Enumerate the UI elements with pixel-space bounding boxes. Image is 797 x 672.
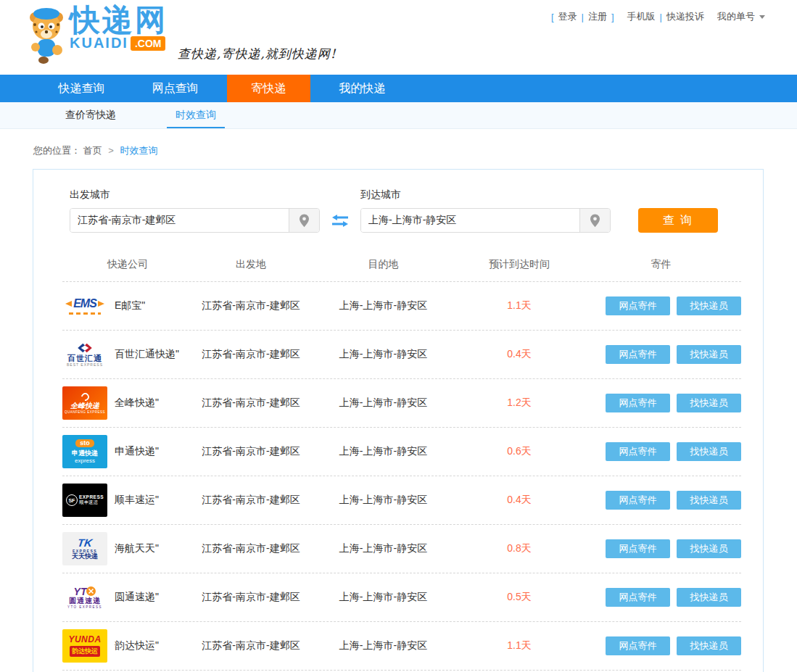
location-pin-icon: [590, 214, 600, 228]
eta-value: 0.8天: [458, 542, 581, 555]
table-row: TK EXPRESS 天天快递 海航天天" 江苏省-南京市-建邺区 上海-上海市…: [62, 525, 741, 573]
table-body: EMS E邮宝" 江苏省-南京市-建邺区 上海-上海市-静安区 1.1天 网点寄…: [62, 282, 741, 671]
sto-en: express: [75, 458, 95, 464]
location-pin-icon: [299, 214, 310, 228]
slogan: 查快递,寄快递,就到快递网!: [178, 46, 336, 62]
yunda-cn: 韵达快运: [70, 646, 100, 657]
swap-cities-button[interactable]: [332, 215, 348, 227]
from-cell: 江苏省-南京市-建邺区: [193, 397, 309, 410]
from-cell: 江苏省-南京市-建邺区: [193, 542, 309, 555]
from-cell: 江苏省-南京市-建邺区: [193, 299, 309, 312]
breadcrumb-current[interactable]: 时效查询: [120, 145, 157, 156]
eta-value: 0.6天: [458, 445, 581, 458]
from-city-picker-button[interactable]: [289, 209, 319, 232]
find-courier-button[interactable]: 找快递员: [677, 345, 741, 364]
find-courier-button[interactable]: 找快递员: [677, 491, 741, 510]
to-cell: 上海-上海市-静安区: [309, 299, 458, 312]
to-city-input[interactable]: [361, 209, 579, 232]
company-name: 全峰快递": [115, 397, 159, 410]
bracket: [: [551, 12, 554, 22]
header-company: 快递公司: [62, 258, 193, 271]
breadcrumb: 您的位置： 首页 > 时效查询: [33, 144, 797, 157]
yunda-logo: YUNDA 韵达快运: [62, 629, 107, 663]
quanfeng-swoosh-icon: [79, 391, 90, 402]
my-tracking-number-menu[interactable]: 我的单号: [717, 10, 755, 23]
nav-tab-express-query[interactable]: 快递查询: [40, 75, 123, 102]
eta-value: 0.4天: [458, 348, 581, 361]
quanfeng-cn: 全峰快递: [70, 402, 99, 410]
from-cell: 江苏省-南京市-建邺区: [193, 445, 309, 458]
breadcrumb-separator: >: [108, 145, 114, 156]
table-row: 百世汇通 BEST EXPRESS 百世汇通快递" 江苏省-南京市-建邺区 上海…: [62, 331, 741, 379]
logo-cn: 快递网: [70, 4, 168, 36]
find-courier-button[interactable]: 找快递员: [677, 539, 741, 558]
ems-wing-icon: [98, 301, 104, 307]
table-row: YUNDA 韵达快运 韵达快运" 江苏省-南京市-建邺区 上海-上海市-静安区 …: [62, 622, 741, 671]
to-cell: 上海-上海市-静安区: [309, 591, 458, 604]
from-city-input[interactable]: [70, 209, 289, 232]
swap-arrows-icon: [332, 215, 348, 227]
best-cn: 百世汇通: [67, 354, 102, 362]
login-link[interactable]: 登录: [558, 10, 577, 23]
eta-value: 1.1天: [458, 639, 581, 652]
page: 快递网 KUAIDI .COM 查快递,寄快递,就到快递网! [ 登录 | 注册…: [0, 0, 797, 672]
breadcrumb-home-link[interactable]: 首页: [83, 145, 102, 156]
register-link[interactable]: 注册: [588, 10, 607, 23]
company-name: 申通快递": [115, 445, 159, 458]
nav-tab-my-express[interactable]: 我的快递: [321, 75, 404, 102]
branch-send-button[interactable]: 网点寄件: [606, 345, 670, 364]
eta-value: 1.2天: [458, 397, 581, 410]
mobile-version-link[interactable]: 手机版: [627, 10, 656, 23]
find-courier-button[interactable]: 找快递员: [677, 588, 741, 607]
complaint-link[interactable]: 快递投诉: [666, 10, 704, 23]
find-courier-button[interactable]: 找快递员: [677, 636, 741, 655]
find-courier-button[interactable]: 找快递员: [677, 296, 741, 315]
branch-send-button[interactable]: 网点寄件: [606, 394, 670, 412]
branch-send-button[interactable]: 网点寄件: [606, 296, 670, 315]
nav-tab-branch-query[interactable]: 网点查询: [133, 75, 217, 102]
sto-badge: sto: [75, 439, 94, 447]
to-cell: 上海-上海市-静安区: [309, 494, 458, 507]
table-row: YT 圆通速递 YTO EXPRESS 圆通速递" 江苏省-南京市-建邺区 上海…: [62, 573, 741, 622]
header-from: 出发地: [193, 258, 309, 271]
logo-tld-badge: .COM: [131, 36, 166, 51]
site-logo[interactable]: 快递网 KUAIDI .COM 查快递,寄快递,就到快递网!: [26, 4, 336, 65]
tiantian-cn: 天天快递: [72, 553, 98, 560]
top-header: 快递网 KUAIDI .COM 查快递,寄快递,就到快递网! [ 登录 | 注册…: [0, 0, 797, 75]
yto-cn: 圆通速递: [69, 597, 101, 605]
sf-circle-icon: SF: [66, 494, 78, 506]
query-button[interactable]: 查 询: [638, 208, 718, 233]
to-cell: 上海-上海市-静安区: [309, 639, 458, 652]
best-diamond-icon: [75, 342, 95, 354]
logo-en: KUAIDI: [70, 35, 128, 51]
chevron-down-icon[interactable]: [759, 15, 765, 19]
find-courier-button[interactable]: 找快递员: [677, 394, 741, 412]
to-city-picker-button[interactable]: [579, 209, 610, 232]
mascot-cheetah-icon: [26, 4, 67, 65]
yto-en: YTO EXPRESS: [67, 605, 102, 609]
table-row: SF EXPRESS 顺丰速运 顺丰速运" 江苏省-南京市-建邺区 上海-上海市…: [62, 476, 741, 525]
find-courier-button[interactable]: 找快递员: [677, 442, 741, 461]
pipe: |: [582, 12, 584, 22]
branch-send-button[interactable]: 网点寄件: [606, 636, 670, 655]
from-cell: 江苏省-南京市-建邺区: [193, 591, 309, 604]
best-en: BEST EXPRESS: [67, 362, 103, 367]
best-express-logo: 百世汇通 BEST EXPRESS: [62, 338, 107, 371]
pipe: |: [660, 12, 662, 22]
to-cell: 上海-上海市-静安区: [309, 445, 458, 458]
subnav-time-query[interactable]: 时效查询: [167, 102, 225, 128]
branch-send-button[interactable]: 网点寄件: [606, 588, 670, 607]
table-header: 快递公司 出发地 目的地 预计到达时间 寄件: [62, 247, 741, 282]
logo-text: 快递网 KUAIDI .COM: [70, 4, 168, 51]
sf-cn: 顺丰速运: [79, 499, 104, 506]
from-cell: 江苏省-南京市-建邺区: [193, 639, 309, 652]
company-name: 圆通速递": [115, 591, 159, 604]
branch-send-button[interactable]: 网点寄件: [606, 491, 670, 510]
tiantian-tk-mark: TK: [77, 537, 93, 548]
company-name: 海航天天": [115, 542, 159, 555]
branch-send-button[interactable]: 网点寄件: [606, 539, 670, 558]
branch-send-button[interactable]: 网点寄件: [606, 442, 670, 461]
subnav-price-query[interactable]: 查价寄快递: [57, 102, 125, 128]
nav-tab-send-express[interactable]: 寄快递: [227, 75, 310, 102]
sf-en: EXPRESS: [79, 494, 104, 499]
